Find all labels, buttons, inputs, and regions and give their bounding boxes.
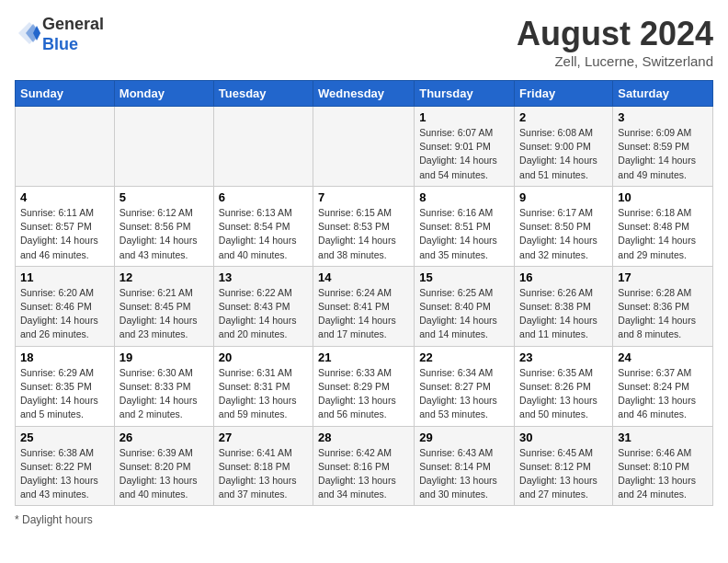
day-info: Sunrise: 6:11 AM Sunset: 8:57 PM Dayligh… — [20, 206, 109, 262]
location-subtitle: Zell, Lucerne, Switzerland — [517, 53, 713, 69]
col-header-tuesday: Tuesday — [213, 81, 313, 107]
day-info: Sunrise: 6:42 AM Sunset: 8:16 PM Dayligh… — [318, 446, 409, 502]
calendar-week-row: 4Sunrise: 6:11 AM Sunset: 8:57 PM Daylig… — [16, 186, 713, 266]
day-number: 7 — [318, 190, 409, 204]
day-number: 18 — [20, 350, 109, 364]
logo-icon — [17, 20, 42, 46]
calendar-cell: 10Sunrise: 6:18 AM Sunset: 8:48 PM Dayli… — [613, 186, 713, 266]
day-info: Sunrise: 6:09 AM Sunset: 8:59 PM Dayligh… — [618, 126, 708, 182]
calendar-cell — [313, 107, 415, 187]
day-number: 2 — [519, 110, 608, 124]
col-header-thursday: Thursday — [415, 81, 515, 107]
day-number: 6 — [219, 190, 308, 204]
calendar-cell: 13Sunrise: 6:22 AM Sunset: 8:43 PM Dayli… — [213, 266, 313, 346]
day-info: Sunrise: 6:45 AM Sunset: 8:12 PM Dayligh… — [519, 446, 608, 502]
calendar-cell: 20Sunrise: 6:31 AM Sunset: 8:31 PM Dayli… — [213, 346, 313, 426]
day-number: 28 — [318, 431, 409, 444]
calendar-cell: 6Sunrise: 6:13 AM Sunset: 8:54 PM Daylig… — [213, 186, 313, 266]
footer-note: * Daylight hours — [15, 513, 713, 526]
calendar-cell: 31Sunrise: 6:46 AM Sunset: 8:10 PM Dayli… — [613, 426, 713, 506]
day-info: Sunrise: 6:16 AM Sunset: 8:51 PM Dayligh… — [419, 206, 509, 262]
day-info: Sunrise: 6:46 AM Sunset: 8:10 PM Dayligh… — [618, 446, 708, 502]
calendar-cell: 8Sunrise: 6:16 AM Sunset: 8:51 PM Daylig… — [415, 186, 515, 266]
day-number: 14 — [318, 270, 409, 284]
calendar-header-row: SundayMondayTuesdayWednesdayThursdayFrid… — [16, 81, 713, 107]
day-number: 13 — [219, 270, 308, 284]
day-number: 1 — [419, 110, 509, 124]
day-number: 26 — [119, 431, 209, 444]
calendar-week-row: 25Sunrise: 6:38 AM Sunset: 8:22 PM Dayli… — [16, 426, 713, 506]
col-header-wednesday: Wednesday — [313, 81, 415, 107]
calendar-cell: 25Sunrise: 6:38 AM Sunset: 8:22 PM Dayli… — [16, 426, 115, 506]
calendar-cell: 23Sunrise: 6:35 AM Sunset: 8:26 PM Dayli… — [515, 346, 613, 426]
day-info: Sunrise: 6:33 AM Sunset: 8:29 PM Dayligh… — [318, 366, 409, 422]
logo: General Blue — [15, 15, 104, 54]
day-number: 23 — [519, 350, 608, 364]
calendar-cell — [213, 107, 313, 187]
calendar-cell: 16Sunrise: 6:26 AM Sunset: 8:38 PM Dayli… — [515, 266, 613, 346]
day-number: 4 — [20, 190, 109, 204]
calendar-cell: 21Sunrise: 6:33 AM Sunset: 8:29 PM Dayli… — [313, 346, 415, 426]
calendar-cell: 12Sunrise: 6:21 AM Sunset: 8:45 PM Dayli… — [114, 266, 213, 346]
day-info: Sunrise: 6:28 AM Sunset: 8:36 PM Dayligh… — [618, 286, 708, 342]
page-header: General Blue August 2024 Zell, Lucerne, … — [15, 15, 713, 69]
day-number: 21 — [318, 350, 409, 364]
calendar-cell: 17Sunrise: 6:28 AM Sunset: 8:36 PM Dayli… — [613, 266, 713, 346]
day-info: Sunrise: 6:21 AM Sunset: 8:45 PM Dayligh… — [119, 286, 209, 342]
calendar-cell: 5Sunrise: 6:12 AM Sunset: 8:56 PM Daylig… — [114, 186, 213, 266]
day-number: 16 — [519, 270, 608, 284]
title-block: August 2024 Zell, Lucerne, Switzerland — [517, 15, 713, 69]
day-number: 30 — [519, 431, 608, 444]
calendar-cell: 14Sunrise: 6:24 AM Sunset: 8:41 PM Dayli… — [313, 266, 415, 346]
calendar-week-row: 11Sunrise: 6:20 AM Sunset: 8:46 PM Dayli… — [16, 266, 713, 346]
calendar-cell: 18Sunrise: 6:29 AM Sunset: 8:35 PM Dayli… — [16, 346, 115, 426]
day-number: 20 — [219, 350, 308, 364]
day-info: Sunrise: 6:08 AM Sunset: 9:00 PM Dayligh… — [519, 126, 608, 182]
col-header-sunday: Sunday — [16, 81, 115, 107]
month-year-title: August 2024 — [517, 15, 713, 53]
day-number: 22 — [419, 350, 509, 364]
day-number: 15 — [419, 270, 509, 284]
day-number: 10 — [618, 190, 708, 204]
calendar-cell: 28Sunrise: 6:42 AM Sunset: 8:16 PM Dayli… — [313, 426, 415, 506]
calendar-cell: 26Sunrise: 6:39 AM Sunset: 8:20 PM Dayli… — [114, 426, 213, 506]
day-info: Sunrise: 6:31 AM Sunset: 8:31 PM Dayligh… — [219, 366, 308, 422]
calendar-cell: 24Sunrise: 6:37 AM Sunset: 8:24 PM Dayli… — [613, 346, 713, 426]
day-info: Sunrise: 6:37 AM Sunset: 8:24 PM Dayligh… — [618, 366, 708, 422]
day-info: Sunrise: 6:20 AM Sunset: 8:46 PM Dayligh… — [20, 286, 109, 342]
day-info: Sunrise: 6:29 AM Sunset: 8:35 PM Dayligh… — [20, 366, 109, 422]
day-number: 12 — [119, 270, 209, 284]
calendar-cell: 15Sunrise: 6:25 AM Sunset: 8:40 PM Dayli… — [415, 266, 515, 346]
day-number: 3 — [618, 110, 708, 124]
day-number: 25 — [20, 431, 109, 444]
calendar-cell: 11Sunrise: 6:20 AM Sunset: 8:46 PM Dayli… — [16, 266, 115, 346]
calendar-cell: 3Sunrise: 6:09 AM Sunset: 8:59 PM Daylig… — [613, 107, 713, 187]
calendar-cell: 4Sunrise: 6:11 AM Sunset: 8:57 PM Daylig… — [16, 186, 115, 266]
calendar-cell: 27Sunrise: 6:41 AM Sunset: 8:18 PM Dayli… — [213, 426, 313, 506]
calendar-week-row: 1Sunrise: 6:07 AM Sunset: 9:01 PM Daylig… — [16, 107, 713, 187]
calendar-cell — [16, 107, 115, 187]
calendar-week-row: 18Sunrise: 6:29 AM Sunset: 8:35 PM Dayli… — [16, 346, 713, 426]
day-info: Sunrise: 6:34 AM Sunset: 8:27 PM Dayligh… — [419, 366, 509, 422]
day-info: Sunrise: 6:07 AM Sunset: 9:01 PM Dayligh… — [419, 126, 509, 182]
day-info: Sunrise: 6:30 AM Sunset: 8:33 PM Dayligh… — [119, 366, 209, 422]
calendar-cell: 29Sunrise: 6:43 AM Sunset: 8:14 PM Dayli… — [415, 426, 515, 506]
day-info: Sunrise: 6:38 AM Sunset: 8:22 PM Dayligh… — [20, 446, 109, 502]
day-info: Sunrise: 6:17 AM Sunset: 8:50 PM Dayligh… — [519, 206, 608, 262]
calendar-cell: 30Sunrise: 6:45 AM Sunset: 8:12 PM Dayli… — [515, 426, 613, 506]
calendar-cell: 9Sunrise: 6:17 AM Sunset: 8:50 PM Daylig… — [515, 186, 613, 266]
day-number: 29 — [419, 431, 509, 444]
calendar-cell: 1Sunrise: 6:07 AM Sunset: 9:01 PM Daylig… — [415, 107, 515, 187]
day-info: Sunrise: 6:12 AM Sunset: 8:56 PM Dayligh… — [119, 206, 209, 262]
day-number: 8 — [419, 190, 509, 204]
col-header-saturday: Saturday — [613, 81, 713, 107]
day-info: Sunrise: 6:24 AM Sunset: 8:41 PM Dayligh… — [318, 286, 409, 342]
col-header-friday: Friday — [515, 81, 613, 107]
calendar-cell: 2Sunrise: 6:08 AM Sunset: 9:00 PM Daylig… — [515, 107, 613, 187]
day-info: Sunrise: 6:22 AM Sunset: 8:43 PM Dayligh… — [219, 286, 308, 342]
day-number: 17 — [618, 270, 708, 284]
day-info: Sunrise: 6:35 AM Sunset: 8:26 PM Dayligh… — [519, 366, 608, 422]
day-number: 5 — [119, 190, 209, 204]
day-number: 24 — [618, 350, 708, 364]
col-header-monday: Monday — [114, 81, 213, 107]
